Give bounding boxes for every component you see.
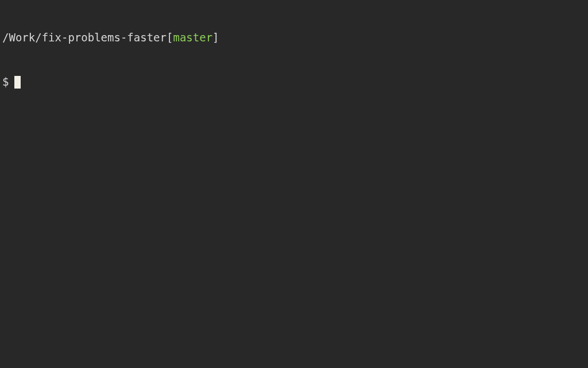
branch-bracket-close: ] [212,31,219,44]
branch-bracket-open: [ [167,31,173,44]
terminal[interactable]: /Work/fix-problems-faster[master] $ [2,1,586,104]
git-branch: master [173,31,212,44]
cursor-block-icon [14,76,21,89]
prompt-input-line[interactable]: $ [2,75,586,90]
cwd-path: /Work/fix-problems-faster [2,31,167,44]
prompt-symbol: $ [2,75,9,90]
prompt-path-line: /Work/fix-problems-faster[master] [2,30,586,45]
